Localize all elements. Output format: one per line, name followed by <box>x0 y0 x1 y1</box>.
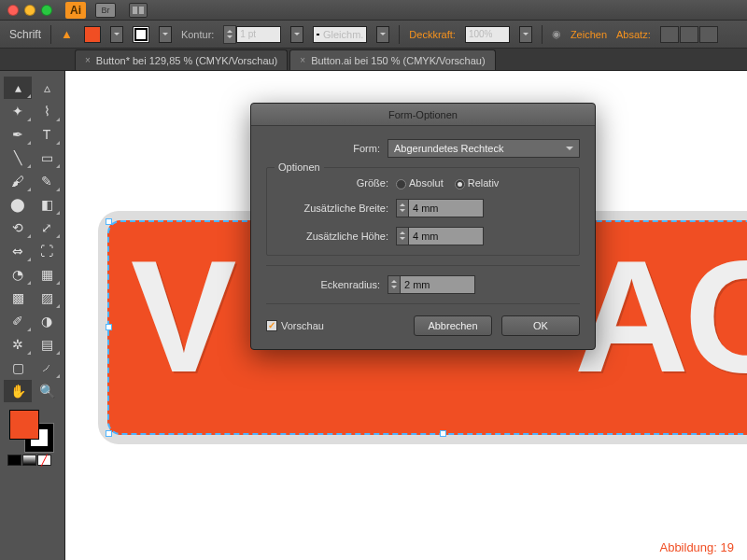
close-tab-icon[interactable]: × <box>300 55 305 65</box>
perspective-grid-tool[interactable]: ▦ <box>33 263 61 286</box>
recolor-icon[interactable]: ◉ <box>552 28 561 40</box>
stroke-weight-stepper[interactable]: 1 pt <box>223 25 281 44</box>
selection-handle[interactable] <box>106 430 112 437</box>
character-panel-link[interactable]: Zeichen <box>571 29 607 40</box>
selection-tool[interactable]: ▴ <box>4 77 32 99</box>
line-tool[interactable]: ╲ <box>4 147 32 169</box>
tab-label: Button* bei 129,85 % (CMYK/Vorschau) <box>96 55 277 66</box>
align-right-button[interactable] <box>699 26 718 43</box>
shape-options-dialog: Form-Optionen Form: Abgerundetes Rechtec… <box>250 103 596 350</box>
stroke-color-swatch[interactable] <box>133 26 149 43</box>
lasso-tool[interactable]: ⌇ <box>33 100 61 122</box>
corner-radius-label: Eckenradius: <box>266 279 388 290</box>
size-relative-radio[interactable]: Relativ <box>455 177 500 189</box>
extra-width-input[interactable]: 4 mm <box>409 199 484 217</box>
extra-height-stepper[interactable]: 4 mm <box>396 227 484 245</box>
extra-height-input[interactable]: 4 mm <box>409 227 484 245</box>
arrange-documents-button[interactable] <box>129 3 148 18</box>
context-label: Schrift <box>9 28 41 41</box>
align-left-button[interactable] <box>660 26 679 43</box>
extra-width-label: Zusätzliche Breite: <box>275 203 396 214</box>
free-transform-tool[interactable]: ⛶ <box>33 240 61 262</box>
artboard-tool[interactable]: ▢ <box>4 357 32 379</box>
corner-radius-stepper[interactable]: 2 mm <box>388 275 475 294</box>
close-tab-icon[interactable]: × <box>85 55 91 65</box>
warning-icon: ▲ <box>61 27 73 41</box>
selection-handle[interactable] <box>106 324 112 330</box>
selection-handle[interactable] <box>440 430 446 437</box>
paragraph-panel-link[interactable]: Absatz: <box>616 29 651 40</box>
stroke-color-dropdown[interactable] <box>159 26 172 43</box>
mesh-tool[interactable]: ▩ <box>4 287 32 309</box>
divider <box>266 303 580 304</box>
bridge-button[interactable]: Br <box>95 3 116 18</box>
stroke-profile-select[interactable]: Gleichm. <box>313 26 367 43</box>
width-tool[interactable]: ⇔ <box>4 240 32 262</box>
preview-checkbox[interactable]: Vorschau <box>266 320 324 331</box>
eraser-tool[interactable]: ◧ <box>33 193 61 216</box>
cancel-button[interactable]: Abbrechen <box>414 315 492 336</box>
direct-selection-tool[interactable]: ▵ <box>33 77 61 99</box>
gradient-tool[interactable]: ▨ <box>33 287 61 309</box>
type-tool[interactable]: T <box>33 123 61 146</box>
tab-label: Button.ai bei 150 % (CMYK/Vorschau) <box>311 55 485 66</box>
color-mode-button[interactable] <box>7 455 21 466</box>
fill-stroke-selector[interactable] <box>4 408 61 451</box>
pencil-tool[interactable]: ✎ <box>33 170 61 192</box>
gradient-mode-button[interactable] <box>22 455 36 466</box>
rectangle-tool[interactable]: ▭ <box>33 147 61 169</box>
document-tab[interactable]: ×Button.ai bei 150 % (CMYK/Vorschau) <box>289 49 495 70</box>
scale-tool[interactable]: ⤢ <box>33 217 61 239</box>
none-mode-button[interactable]: ╱ <box>37 455 51 466</box>
fill-color-swatch[interactable] <box>84 26 101 43</box>
document-tab[interactable]: ×Button* bei 129,85 % (CMYK/Vorschau) <box>75 49 288 70</box>
stroke-weight-input[interactable]: 1 pt <box>236 26 281 43</box>
fill-swatch[interactable] <box>9 410 39 440</box>
fill-color-dropdown[interactable] <box>110 26 123 43</box>
artwork-letter: AG <box>574 237 747 396</box>
shape-builder-tool[interactable]: ◔ <box>4 263 32 286</box>
blob-brush-tool[interactable]: ⬤ <box>4 193 32 216</box>
opacity-label[interactable]: Deckkraft: <box>409 29 456 40</box>
document-tabs: ×Button* bei 129,85 % (CMYK/Vorschau) ×B… <box>0 49 747 71</box>
close-window-button[interactable] <box>7 5 19 16</box>
pen-tool[interactable]: ✒ <box>4 123 32 146</box>
extra-width-stepper[interactable]: 4 mm <box>396 199 484 217</box>
options-fieldset: Optionen Größe: Absolut Relativ Zusätzli… <box>266 167 580 256</box>
minimize-window-button[interactable] <box>24 5 35 16</box>
selection-handle[interactable] <box>106 218 112 225</box>
shape-label: Form: <box>266 143 388 154</box>
shape-select[interactable]: Abgerundetes Rechteck <box>388 139 580 158</box>
figure-caption: Abbildung: 19 <box>659 540 734 554</box>
size-label: Größe: <box>275 177 396 189</box>
blend-tool[interactable]: ◑ <box>33 310 61 332</box>
stroke-profile-dropdown[interactable] <box>376 26 389 43</box>
hand-tool[interactable]: ✋ <box>4 380 32 402</box>
magic-wand-tool[interactable]: ✦ <box>4 100 32 122</box>
stroke-label: Kontur: <box>181 29 214 40</box>
app-badge-illustrator: Ai <box>65 2 86 19</box>
options-legend: Optionen <box>275 161 324 173</box>
symbol-sprayer-tool[interactable]: ✲ <box>4 333 32 356</box>
paragraph-align-group <box>660 26 718 43</box>
paintbrush-tool[interactable]: 🖌 <box>4 170 32 192</box>
eyedropper-tool[interactable]: ✐ <box>4 310 32 332</box>
extra-height-label: Zusätzliche Höhe: <box>275 231 396 242</box>
tools-panel: ▴ ▵ ✦ ⌇ ✒ T ╲ ▭ 🖌 ✎ ⬤ ◧ ⟲ ⤢ ⇔ ⛶ ◔ ▦ ▩ ▨ … <box>0 71 65 560</box>
divider <box>266 265 580 266</box>
window-titlebar: Ai Br <box>0 0 747 21</box>
opacity-input[interactable]: 100% <box>465 26 510 43</box>
opacity-dropdown[interactable] <box>519 26 532 43</box>
corner-radius-input[interactable]: 2 mm <box>401 275 475 294</box>
ok-button[interactable]: OK <box>501 315 580 336</box>
graph-tool[interactable]: ▤ <box>33 333 61 356</box>
align-center-button[interactable] <box>680 26 698 43</box>
size-absolute-radio[interactable]: Absolut <box>396 177 444 189</box>
rotate-tool[interactable]: ⟲ <box>4 217 32 239</box>
stroke-weight-dropdown[interactable] <box>290 26 303 43</box>
artwork-letter: V <box>131 237 232 396</box>
zoom-window-button[interactable] <box>41 5 52 16</box>
slice-tool[interactable]: ⟋ <box>33 357 61 379</box>
zoom-tool[interactable]: 🔍 <box>33 380 61 402</box>
dialog-title: Form-Optionen <box>251 104 595 126</box>
